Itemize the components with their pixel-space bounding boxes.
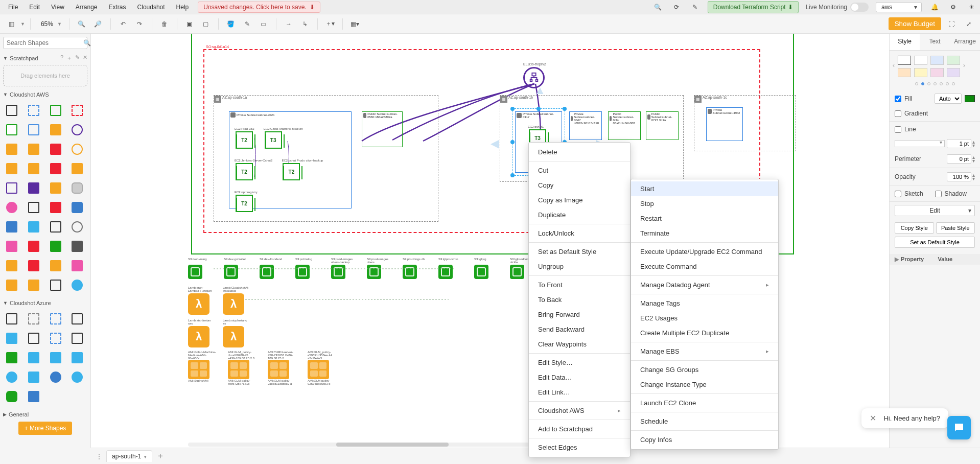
aws-start[interactable]: Start — [631, 181, 778, 196]
aws-create-duplicate[interactable]: Create Multiple EC2 Duplicate — [631, 326, 778, 340]
connection-icon[interactable]: → — [282, 17, 296, 31]
table-icon[interactable]: ▦▾ — [348, 17, 362, 31]
s3-bucket[interactable]: S3:prod-images obers — [367, 258, 392, 279]
shape[interactable] — [69, 277, 85, 293]
s3-bucket[interactable]: S3:lglprg — [474, 258, 500, 279]
shape[interactable] — [69, 258, 85, 273]
shape[interactable] — [48, 350, 63, 365]
refresh-icon[interactable]: ⟳ — [671, 2, 682, 13]
lambda-function[interactable]: Lamb:CloudshotAWSLKS-instStatusλ — [223, 286, 248, 315]
shape[interactable] — [69, 219, 85, 235]
shape[interactable] — [4, 311, 19, 327]
context-edit-link[interactable]: Edit Link… — [529, 385, 630, 400]
shape[interactable] — [26, 350, 41, 365]
shape[interactable] — [48, 103, 63, 118]
aws-manage-datadog[interactable]: Manage Datadog Agent — [631, 277, 778, 292]
ami[interactable]: AMI:TURN-server-458-732208 2e86-189 08:2… — [268, 351, 296, 388]
menu-edit[interactable]: Edit — [24, 2, 45, 13]
s3-bucket[interactable]: S3:prod-images obers-backup — [331, 258, 357, 279]
chevron-down-icon[interactable]: ▼ — [20, 21, 25, 27]
shape[interactable] — [48, 200, 63, 215]
undo-icon[interactable]: ↶ — [116, 17, 130, 31]
ec2-instance[interactable]: T2 — [236, 195, 253, 212]
context-edit-data[interactable]: Edit Data… — [529, 370, 630, 385]
delete-icon[interactable]: 🗑 — [157, 17, 172, 31]
to-back-icon[interactable]: ▢ — [199, 17, 213, 31]
shape[interactable] — [4, 103, 19, 118]
fill-swatch-option[interactable] — [947, 56, 960, 65]
caret-right-icon[interactable]: ▶ — [895, 256, 899, 263]
menu-cloudshot[interactable]: Cloudshot — [132, 2, 170, 13]
swatch-pager[interactable] — [890, 80, 980, 90]
swatch-next-icon[interactable]: › — [960, 62, 968, 69]
shape[interactable] — [48, 258, 63, 273]
aws-exec-update[interactable]: Execute Update/Upgrade EC2 Command — [631, 244, 778, 259]
aws-copy-infos[interactable]: Copy Infos — [631, 432, 778, 447]
aws-schedule[interactable]: Schedule — [631, 414, 778, 429]
fill-swatch-option[interactable] — [930, 56, 944, 65]
close-icon[interactable]: ✕ — [83, 54, 87, 62]
tab-arrange[interactable]: Arrange — [950, 34, 980, 50]
ec2-instance[interactable]: T3 — [265, 131, 282, 149]
context-set-default-style[interactable]: Set as Default Style — [529, 244, 630, 259]
aws-exec-command[interactable]: Execute Command — [631, 259, 778, 274]
shape[interactable] — [48, 180, 63, 196]
lambda-function[interactable]: Lamb:startInstan cesλ — [188, 319, 214, 347]
shape[interactable] — [26, 142, 41, 157]
shape[interactable] — [4, 258, 19, 273]
aws-manage-tags[interactable]: Manage Tags — [631, 296, 778, 311]
fill-swatch-option[interactable] — [914, 56, 927, 65]
subnet-public[interactable]: Public Subnet:subnet-0580 186a26803a — [362, 111, 403, 147]
unsaved-alert[interactable]: Unsaved changes. Click here to save. ⬇ — [198, 2, 320, 13]
menu-extras[interactable]: Extras — [104, 2, 131, 13]
step-down-icon[interactable]: ▾ — [972, 144, 975, 147]
to-front-icon[interactable]: ▣ — [182, 17, 197, 31]
live-monitoring-toggle[interactable] — [850, 3, 869, 12]
context-cloudshot-aws[interactable]: Cloudshot AWS — [529, 403, 630, 418]
shape[interactable] — [48, 277, 63, 293]
tab-text[interactable]: Text — [920, 34, 950, 50]
shape[interactable] — [26, 369, 41, 385]
scratchpad-header[interactable]: ▼ Scratchpad ? ＋ ✎ ✕ — [3, 54, 87, 62]
context-delete[interactable]: Delete — [529, 145, 630, 159]
shape[interactable] — [26, 277, 41, 293]
context-add-scratchpad[interactable]: Add to Scratchpad — [529, 422, 630, 436]
menu-arrange[interactable]: Arrange — [71, 2, 103, 13]
shape[interactable] — [4, 331, 19, 346]
shadow-icon[interactable]: ▭ — [256, 17, 271, 31]
line-style-select[interactable]: ▾ — [895, 140, 945, 147]
shape[interactable] — [4, 277, 19, 293]
s3-bucket[interactable]: S3:lglprodcron — [438, 258, 464, 279]
brush-icon[interactable]: ✎ — [689, 2, 701, 13]
fill-color-icon[interactable]: 🪣 — [224, 17, 238, 31]
fill-swatch-option[interactable] — [930, 68, 944, 77]
shape[interactable] — [26, 311, 41, 327]
shape[interactable] — [4, 161, 19, 176]
help-icon[interactable]: ? — [60, 54, 63, 62]
search-icon[interactable]: 🔍 — [652, 2, 664, 13]
subnet-public[interactable]: Public Subnet:subnet-0727 3d3a — [646, 111, 679, 140]
lambda-function[interactable]: Lamb:cron-Lambda Functionλ — [188, 286, 214, 315]
shape[interactable] — [26, 219, 41, 235]
download-terraform-button[interactable]: Download Terraform Script ⬇ — [708, 1, 799, 13]
shape[interactable] — [48, 239, 63, 254]
theme-icon[interactable]: ☀ — [966, 2, 977, 13]
shape[interactable] — [69, 350, 85, 365]
zoom-control[interactable]: 65% ▼ — [36, 20, 64, 28]
shape[interactable] — [69, 122, 85, 137]
tab-style[interactable]: Style — [890, 34, 920, 50]
fill-swatch-option[interactable] — [947, 68, 960, 77]
settings-icon[interactable]: ⚙ — [947, 2, 959, 13]
fill-swatch-option[interactable] — [914, 68, 927, 77]
shape[interactable] — [26, 122, 41, 137]
shape[interactable] — [26, 180, 41, 196]
move-arrow-left-icon[interactable]: ◀ — [491, 137, 499, 150]
shape[interactable] — [69, 180, 85, 196]
ec2-instance[interactable]: T2 — [236, 163, 253, 180]
zoom-in-icon[interactable]: 🔍 — [75, 17, 89, 31]
shape[interactable] — [26, 103, 41, 118]
line-checkbox[interactable]: Line — [895, 126, 975, 133]
step-down-icon[interactable]: ▾ — [972, 177, 975, 180]
shape[interactable] — [26, 161, 41, 176]
line-width-input[interactable] — [947, 139, 971, 148]
